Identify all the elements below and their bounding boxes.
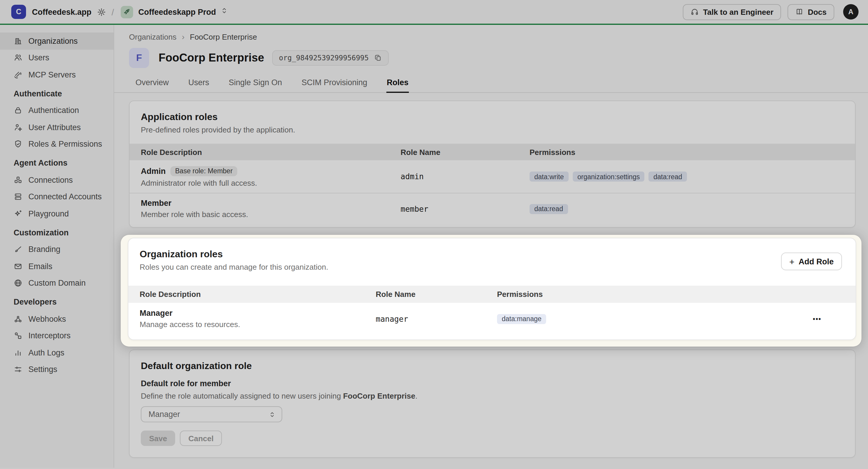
save-button[interactable]: Save	[141, 431, 176, 446]
building-icon	[13, 37, 23, 45]
sidebar-item-connected-accounts[interactable]: Connected Accounts	[0, 188, 114, 205]
application-roles-table: Role Description Role Name Permissions A…	[130, 144, 855, 227]
org-id-value: org_98492539299956995	[279, 54, 369, 62]
talk-to-engineer-button[interactable]: Talk to an Engineer	[683, 4, 781, 20]
main-content: Organizations › FooCorp Enterprise F Foo…	[114, 25, 868, 468]
organization-roles-subtitle: Roles you can create and manage for this…	[140, 262, 844, 272]
user-avatar[interactable]: A	[843, 4, 859, 20]
breadcrumb: Organizations › FooCorp Enterprise	[114, 25, 868, 41]
sidebar-item-custom-domain[interactable]: Custom Domain	[0, 275, 114, 291]
app-root: C Coffeedesk.app / Coffeedeskapp Prod Ta…	[0, 0, 868, 469]
role-slug: admin	[401, 172, 530, 181]
sidebar-item-playground[interactable]: Playground	[0, 205, 114, 222]
default-role-title: Default organization role	[141, 361, 844, 371]
tab-scim-provisioning[interactable]: SCIM Provisioning	[301, 76, 368, 92]
sidebar-item-interceptors[interactable]: Interceptors	[0, 327, 114, 344]
sliders-icon	[13, 365, 23, 374]
headphones-icon	[691, 8, 699, 16]
page-title: FooCorp Enterprise	[159, 52, 264, 64]
role-display-name: Admin	[141, 166, 166, 175]
organization-roles-title: Organization roles	[140, 249, 844, 260]
role-display-name: Manager	[140, 309, 173, 318]
permission-chip: data:write	[530, 171, 568, 182]
sidebar-section-developers: Developers	[0, 294, 114, 311]
sidebar-label: Users	[28, 54, 50, 62]
user-gear-icon	[13, 123, 23, 132]
sidebar-section-agent-actions: Agent Actions	[0, 155, 114, 171]
sidebar-item-organizations[interactable]: Organizations	[0, 33, 114, 50]
webhook-icon	[13, 315, 23, 323]
tab-roles[interactable]: Roles	[386, 76, 409, 93]
sidebar-item-auth-logs[interactable]: Auth Logs	[0, 344, 114, 361]
breadcrumb-organizations-link[interactable]: Organizations	[129, 32, 176, 41]
sidebar-label: Roles & Permissions	[28, 140, 102, 149]
table-row-admin: Admin Base role: Member Administrator ro…	[130, 160, 855, 193]
sidebar-item-branding[interactable]: Branding	[0, 241, 114, 258]
sidebar-label: Playground	[28, 209, 69, 218]
default-role-field-label: Default role for member	[141, 379, 844, 388]
tab-overview[interactable]: Overview	[135, 76, 169, 92]
chevron-updown-icon[interactable]	[221, 6, 228, 17]
sidebar-label: Organizations	[28, 37, 78, 45]
copy-icon[interactable]	[374, 54, 382, 62]
sparkle-icon	[13, 209, 23, 218]
spotlight-highlight-ring: Organization roles Roles you can create …	[121, 235, 862, 347]
sidebar-item-roles-permissions[interactable]: Roles & Permissions	[0, 136, 114, 153]
column-permissions: Permissions	[497, 290, 779, 299]
app-name[interactable]: Coffeedesk.app	[32, 7, 91, 16]
description-text: Define the role automatically assigned t…	[141, 392, 343, 400]
server-rows-icon	[13, 192, 23, 201]
sidebar-label: Webhooks	[28, 315, 66, 323]
column-role-description: Role Description	[140, 290, 376, 299]
permission-chip: organization:settings	[573, 171, 645, 182]
sidebar: Organizations Users MCP Servers Authenti…	[0, 25, 114, 468]
sidebar-item-users[interactable]: Users	[0, 50, 114, 66]
sidebar-item-user-attributes[interactable]: User Attributes	[0, 119, 114, 136]
rocket-icon	[120, 6, 133, 18]
bar-chart-icon	[13, 348, 23, 357]
gear-icon[interactable]	[97, 7, 105, 16]
role-slug: member	[401, 204, 530, 213]
sidebar-item-authentication[interactable]: Authentication	[0, 102, 114, 119]
default-role-select[interactable]: Manager	[141, 406, 282, 422]
org-id-badge[interactable]: org_98492539299956995	[273, 50, 389, 66]
sidebar-label: User Attributes	[28, 123, 81, 132]
environment-selector[interactable]: Coffeedeskapp Prod	[138, 7, 216, 16]
sidebar-item-connections[interactable]: Connections	[0, 171, 114, 188]
table-header-row: Role Description Role Name Permissions	[130, 144, 855, 160]
tab-bar: Overview Users Single Sign On SCIM Provi…	[114, 76, 868, 93]
page-header: F FooCorp Enterprise org_984925392999569…	[129, 48, 868, 68]
column-role-name: Role Name	[376, 290, 497, 299]
add-role-button[interactable]: + Add Role	[781, 253, 842, 270]
breadcrumb-current: FooCorp Enterprise	[190, 32, 257, 41]
sidebar-label: Auth Logs	[28, 348, 64, 357]
tab-single-sign-on[interactable]: Single Sign On	[228, 76, 282, 92]
sidebar-label: Custom Domain	[28, 279, 86, 288]
breadcrumb-slash: /	[112, 7, 114, 17]
table-header-row: Role Description Role Name Permissions	[128, 286, 856, 303]
app-logo[interactable]: C	[11, 5, 26, 19]
docs-label: Docs	[808, 7, 827, 16]
cancel-button[interactable]: Cancel	[180, 431, 222, 446]
select-chevron-icon	[269, 410, 276, 418]
kebab-menu-button[interactable]: •••	[813, 315, 821, 322]
sidebar-label: Interceptors	[28, 332, 71, 340]
organization-roles-card: Organization roles Roles you can create …	[128, 238, 856, 340]
sidebar-label: Settings	[28, 365, 57, 374]
description-org-name: FooCorp Enterprise	[343, 392, 415, 400]
docs-button[interactable]: Docs	[787, 4, 834, 20]
select-value: Manager	[149, 410, 180, 419]
cubes-icon	[13, 176, 23, 185]
sidebar-label: Branding	[28, 245, 60, 254]
tab-users[interactable]: Users	[188, 76, 210, 92]
sidebar-section-customization: Customization	[0, 224, 114, 241]
lock-icon	[13, 106, 23, 115]
description-period: .	[415, 392, 417, 400]
sidebar-item-settings[interactable]: Settings	[0, 361, 114, 378]
sidebar-item-webhooks[interactable]: Webhooks	[0, 311, 114, 327]
sidebar-item-mcp-servers[interactable]: MCP Servers	[0, 66, 114, 83]
column-role-name: Role Name	[401, 148, 530, 156]
sidebar-item-emails[interactable]: Emails	[0, 258, 114, 275]
sidebar-label: Emails	[28, 262, 52, 271]
org-avatar: F	[129, 48, 149, 68]
